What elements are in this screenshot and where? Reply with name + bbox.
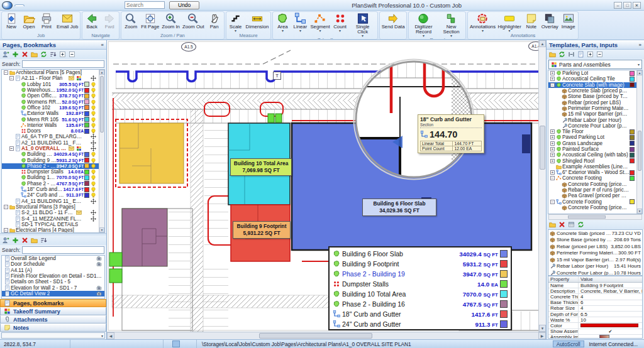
move-cross-icon[interactable]	[91, 216, 96, 222]
move-cross-icon[interactable]	[91, 198, 96, 204]
tree-item[interactable]: A4_11 BUILDING 11_ EXTERIOR ELEVATIONS	[2, 198, 104, 204]
color-swatch[interactable]	[630, 158, 635, 163]
tree-item[interactable]: Lobby 101 305.5SQ FT	[2, 82, 104, 87]
folder-icon[interactable]	[549, 51, 556, 58]
menu-tab[interactable]	[86, 4, 95, 6]
expand-toggle-icon[interactable]: −	[4, 205, 8, 209]
expand-toggle-icon[interactable]: +	[550, 170, 555, 175]
add-icon[interactable]	[12, 51, 19, 58]
tree-item[interactable]: Office 102 139.6SQ FT	[2, 105, 104, 111]
menu-tab[interactable]	[51, 4, 60, 6]
envelope-icon[interactable]	[76, 210, 82, 215]
delete-icon[interactable]	[21, 51, 28, 58]
scroll-left-icon[interactable]: ◀	[107, 332, 114, 339]
record-grid-icon[interactable]	[76, 75, 82, 81]
template-tree-item[interactable]: + Acoustical Ceiling (with tabs)	[548, 152, 642, 158]
move-cross-icon[interactable]	[91, 140, 96, 146]
ribbon-button[interactable]: Highlighter ▾	[496, 13, 522, 32]
ribbon-button[interactable]: Print ▾	[38, 13, 55, 30]
color-swatch[interactable]	[630, 129, 635, 134]
close-icon[interactable]: ✕	[633, 2, 641, 9]
template-tree-item[interactable]: + Painted Surface	[548, 146, 642, 152]
collapse-all-icon[interactable]	[69, 51, 75, 58]
color-swatch[interactable]	[84, 170, 89, 175]
tree-item[interactable]: − A1_0 OVERALL SITE PLAN1	[2, 146, 104, 151]
template-tree-item[interactable]: − Concrete Footing	[548, 199, 642, 205]
color-swatch[interactable]	[630, 199, 635, 204]
tree-item[interactable]: Phase 2 - Building 19 3947.0SQ FT	[2, 163, 104, 169]
fit-width-icon[interactable]	[568, 51, 575, 58]
tree-item[interactable]: 24" Curb and Gutter 911.3FT	[2, 192, 104, 198]
property-row[interactable]: Assembly Ima	[548, 335, 642, 339]
color-value-bar[interactable]	[580, 324, 638, 327]
move-cross-icon[interactable]	[91, 210, 96, 215]
expand-toggle-icon[interactable]: +	[550, 147, 555, 151]
tree-item[interactable]: A6_6A TYP B_ENLARGED TI RCP	[2, 134, 104, 139]
expand-toggle-icon[interactable]: −	[9, 146, 14, 151]
color-swatch[interactable]	[84, 163, 89, 168]
parts-assemblies-dropdown[interactable]: Parts and Assemblies ▾	[548, 60, 642, 69]
scroll-up-icon[interactable]: ▲	[99, 70, 104, 75]
menu-tab[interactable]	[25, 4, 33, 6]
ribbon-button[interactable]: Open ▾	[20, 13, 38, 30]
template-tree-item[interactable]: Rebar per # of runs (priced per LBS)	[548, 187, 642, 193]
tree-item[interactable]: − A2.11 - Floor Plan	[2, 75, 104, 81]
ribbon-button[interactable]: Zoom Out ▾	[181, 13, 206, 30]
templates-scrollbar[interactable]: ▲ ▼	[636, 70, 642, 214]
bookmark-item[interactable]: GC Detail View 2	[2, 291, 104, 296]
camera-icon[interactable]	[96, 261, 102, 267]
ribbon-button[interactable]: Note ▾	[523, 13, 540, 30]
move-cross-icon[interactable]	[91, 134, 96, 139]
visibility-bulb-icon[interactable]	[91, 117, 96, 122]
color-swatch[interactable]	[84, 129, 89, 134]
panel-nav-button[interactable]: Attachments	[0, 315, 106, 324]
checkbox-checked-icon[interactable]: ✔	[609, 329, 613, 334]
tree-item[interactable]: Dumpster Stalls 14.0EA	[2, 169, 104, 175]
tree-item[interactable]: Building 6 Floor Slab 34029.4SQ FT	[2, 151, 104, 157]
visibility-bulb-icon[interactable]	[91, 111, 96, 116]
part-row[interactable]: Perimeter Forming Material (priced per .…	[548, 250, 642, 257]
color-swatch[interactable]	[630, 153, 635, 158]
template-tree-item[interactable]: Stone Base (priced by Tons)	[548, 94, 642, 99]
tree-item[interactable]: Exterior Walls 192.8FT	[2, 111, 104, 116]
tree-item[interactable]: Open Office 106 378.7SQ FT	[2, 93, 104, 99]
tree-item[interactable]: A2_11 BUILDING 11_ FLOOR PLAN	[2, 140, 104, 146]
expand-toggle-icon[interactable]: −	[550, 200, 555, 204]
panel-selector-dropdown[interactable]: ▾	[1, 332, 105, 339]
sort-icon[interactable]	[50, 51, 57, 58]
ribbon-button[interactable]: Segment ▾	[309, 13, 331, 32]
template-tree-item[interactable]: Concrete Pour Labor (per Hour)	[548, 123, 642, 129]
color-swatch[interactable]	[630, 176, 635, 181]
expand-all-icon[interactable]	[59, 51, 66, 58]
panel-nav-button[interactable]: Takeoff Summary	[0, 307, 106, 315]
scroll-up-icon[interactable]: ▲	[637, 70, 642, 75]
template-tree-item[interactable]: + Tile Floor	[548, 129, 642, 134]
bookmark-item[interactable]: Details on Sheet - SD1 - 5	[2, 279, 104, 285]
visibility-bulb-icon[interactable]	[91, 87, 96, 93]
tree-item[interactable]: Warehouse 107 1952.0SQ FT	[2, 87, 104, 93]
color-swatch[interactable]	[630, 77, 635, 82]
tree-item[interactable]: Doors 8.0EA	[2, 128, 104, 134]
sort-icon[interactable]	[40, 237, 47, 244]
ribbon-button[interactable]: Back ▾	[83, 13, 101, 30]
move-cross-icon[interactable]	[91, 75, 96, 81]
folder-icon[interactable]	[31, 237, 38, 244]
template-tree-item[interactable]: 15 mil Vapor Barrier (priced per Roll)	[548, 111, 642, 117]
tree-item[interactable]: Phase 2 - Building 16 4767.5SQ FT	[2, 181, 104, 187]
visibility-bulb-icon[interactable]	[91, 175, 96, 180]
legend-row[interactable]: Building 6 Floor Slab 34029.4 SQ FT	[333, 249, 508, 259]
color-swatch[interactable]	[630, 71, 635, 76]
color-swatch[interactable]	[84, 99, 89, 104]
autoscroll-button[interactable]: AutoScroll	[553, 340, 584, 347]
template-tree-item[interactable]: Concrete Footing (priced per CU YD)	[548, 205, 642, 210]
tree-item[interactable]: Building 10 Total Area 7070.0SQ FT	[2, 175, 104, 180]
add-icon[interactable]	[12, 237, 19, 244]
new-page-icon[interactable]	[577, 51, 584, 58]
menu-tab[interactable]	[104, 4, 113, 6]
folder-icon[interactable]	[549, 221, 556, 228]
mode-toggle[interactable]	[165, 340, 172, 347]
add-user-icon[interactable]	[3, 237, 9, 244]
expand-toggle-icon[interactable]: +	[550, 141, 555, 146]
visibility-bulb-icon[interactable]	[91, 169, 96, 175]
camera-icon[interactable]	[96, 256, 102, 261]
